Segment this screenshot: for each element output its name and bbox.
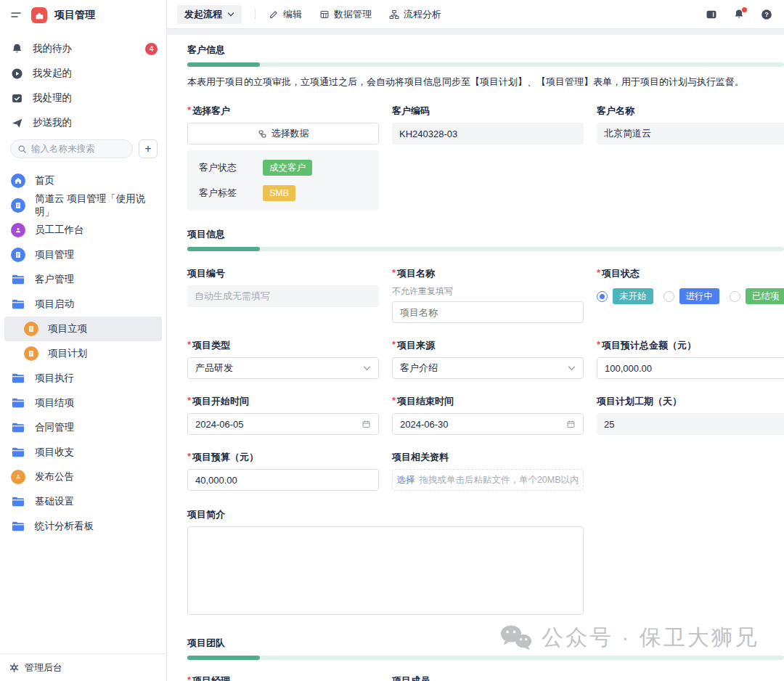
- search-input[interactable]: [31, 144, 126, 154]
- sidebar-item-base-settings[interactable]: 基础设置: [0, 489, 166, 514]
- sidebar-item-label: 项目计划: [48, 347, 87, 360]
- end-date-picker[interactable]: 2024-06-30: [392, 413, 584, 435]
- radio-icon: [730, 291, 740, 302]
- sidebar-item-label: 项目结项: [35, 396, 74, 409]
- sidebar-item-my-processed[interactable]: 我处理的: [0, 86, 166, 110]
- notification-bell-icon[interactable]: [733, 9, 745, 20]
- sidebar-item-label: 统计分析看板: [35, 520, 94, 533]
- section-title-team: 项目团队: [187, 637, 784, 650]
- flow-analysis-label: 流程分析: [404, 8, 441, 21]
- help-icon[interactable]: ?: [761, 9, 772, 20]
- sidebar-item-contract-mgmt[interactable]: 合同管理: [0, 415, 166, 440]
- sidebar-item-my-initiated[interactable]: 我发起的: [0, 61, 166, 86]
- toolbar-divider: [255, 9, 256, 20]
- project-status-radio-group: 未开始 进行中 已结项: [597, 285, 784, 307]
- announcement-icon: [11, 470, 25, 484]
- app-logo-icon: [31, 7, 47, 23]
- collapse-menu-icon[interactable]: [10, 9, 22, 21]
- radio-option-in-progress[interactable]: 进行中: [663, 288, 720, 304]
- section-bar-team: [187, 656, 784, 660]
- duration-value: 25: [597, 413, 784, 435]
- sidebar-item-announcement[interactable]: 发布公告: [0, 465, 166, 489]
- budget-input[interactable]: [187, 469, 379, 491]
- sidebar-item-project-close[interactable]: 项目结项: [0, 391, 166, 415]
- project-code-field: 自动生成无需填写: [187, 285, 379, 307]
- project-summary-textarea[interactable]: [187, 526, 584, 615]
- sidebar-item-analytics-board[interactable]: 统计分析看板: [0, 514, 166, 539]
- field-label-select-customer: 选择客户: [187, 105, 379, 118]
- folder-icon: [11, 397, 25, 409]
- sidebar-item-user-guide[interactable]: 简道云 项目管理「使用说明」: [0, 193, 166, 218]
- field-label-project-status: 项目状态: [597, 267, 784, 280]
- field-label-project-type: 项目类型: [187, 339, 379, 352]
- field-label-project-code: 项目编号: [187, 267, 379, 280]
- select-data-button[interactable]: 选择数据: [187, 123, 379, 144]
- sidebar-item-workbench[interactable]: 员工工作台: [0, 218, 166, 242]
- edit-button[interactable]: 编辑: [269, 8, 302, 21]
- field-label-end-date: 项目结束时间: [392, 395, 584, 408]
- app-title: 项目管理: [54, 9, 95, 22]
- sidebar-item-home[interactable]: 首页: [0, 168, 166, 193]
- section-bar-customer: [187, 62, 784, 67]
- form-panel: 客户信息 本表用于项目的立项审批，立项通过之后，会自动将项目信息同步至【项目计划…: [167, 35, 784, 681]
- field-label-project-source: 项目来源: [392, 339, 584, 352]
- sidebar-item-project-finance[interactable]: 项目收支: [0, 440, 166, 465]
- field-label-duration: 项目计划工期（天）: [597, 395, 784, 408]
- chevron-down-icon: [227, 11, 234, 18]
- project-name-input[interactable]: [392, 301, 584, 323]
- field-label-attachments: 项目相关资料: [392, 451, 584, 464]
- svg-text:?: ?: [764, 11, 769, 18]
- sidebar-item-my-todo[interactable]: 我的待办 4: [0, 36, 166, 61]
- flow-analysis-button[interactable]: 流程分析: [389, 8, 441, 21]
- sidebar-item-project-mgmt[interactable]: 项目管理: [0, 242, 166, 267]
- form-icon: [24, 322, 38, 336]
- sidebar: 项目管理 我的待办 4 我发起的 我处理的: [0, 0, 167, 681]
- customer-name-value: 北京简道云: [597, 123, 784, 144]
- sidebar-item-label: 首页: [35, 174, 54, 187]
- status-tag-in-progress: 进行中: [679, 288, 720, 304]
- play-circle-icon: [11, 68, 23, 80]
- sidebar-item-project-exec[interactable]: 项目执行: [0, 366, 166, 391]
- sidebar-item-label: 我的待办: [33, 42, 72, 55]
- start-flow-button[interactable]: 发起流程: [177, 5, 242, 24]
- sidebar-item-cc-to-me[interactable]: 抄送我的: [0, 110, 166, 135]
- project-type-value: 产品研发: [195, 362, 233, 375]
- status-tag-closed: 已结项: [746, 288, 784, 304]
- sidebar-item-project-start[interactable]: 项目启动: [0, 292, 166, 317]
- file-upload-area[interactable]: 选择 拖拽或单击后粘贴文件，单个20MB以内: [392, 469, 584, 491]
- radio-option-not-started[interactable]: 未开始: [597, 288, 653, 304]
- sidebar-item-project-plan[interactable]: 项目计划: [0, 341, 166, 366]
- radio-checked-icon: [597, 291, 608, 302]
- panel-toggle-icon[interactable]: [706, 9, 717, 20]
- folder-icon: [11, 496, 25, 507]
- sidebar-item-label: 基础设置: [35, 495, 74, 508]
- sidebar-item-label: 项目执行: [35, 372, 74, 385]
- field-label-summary: 项目简介: [187, 508, 784, 521]
- upload-hint: 拖拽或单击后粘贴文件，单个20MB以内: [419, 474, 579, 486]
- sidebar-search[interactable]: [10, 139, 133, 158]
- sidebar-item-label: 客户管理: [35, 273, 74, 286]
- radio-option-closed[interactable]: 已结项: [730, 288, 784, 304]
- field-label-customer-code: 客户编码: [392, 105, 584, 118]
- inbox-check-icon: [11, 92, 23, 105]
- start-date-picker[interactable]: 2024-06-05: [187, 413, 379, 435]
- project-type-select[interactable]: 产品研发: [187, 357, 379, 379]
- add-button[interactable]: +: [139, 139, 158, 158]
- project-source-select[interactable]: 客户介绍: [392, 357, 584, 379]
- admin-console-label: 管理后台: [25, 661, 62, 674]
- sidebar-item-label: 抄送我的: [33, 116, 72, 129]
- field-label-project-total: 项目预计总金额（元）: [597, 339, 784, 352]
- start-date-value: 2024-06-05: [195, 419, 244, 430]
- calendar-icon: [362, 420, 371, 429]
- admin-console-link[interactable]: 管理后台: [0, 653, 166, 681]
- sidebar-item-customer-mgmt[interactable]: 客户管理: [0, 267, 166, 292]
- project-total-input[interactable]: [597, 357, 784, 379]
- document-icon: [11, 198, 25, 213]
- upload-select-link[interactable]: 选择: [396, 474, 415, 486]
- select-data-label: 选择数据: [271, 127, 309, 140]
- toolbar: 发起流程 编辑 数据管理: [167, 0, 784, 29]
- form-icon: [24, 346, 38, 361]
- sidebar-item-project-approval[interactable]: 项目立项: [4, 317, 162, 341]
- data-manage-button[interactable]: 数据管理: [319, 8, 372, 21]
- customer-status-card: 客户状态 成交客户 客户标签 SMB: [187, 150, 379, 211]
